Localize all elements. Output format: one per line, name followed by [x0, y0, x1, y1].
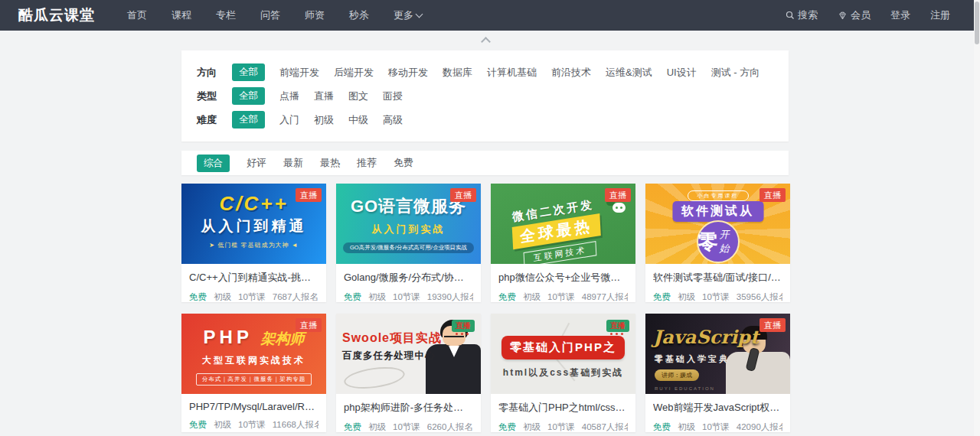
course-title[interactable]: 零基础入门PHP之html/css-web前端	[498, 401, 628, 415]
sort-newest[interactable]: 最新	[283, 156, 303, 170]
course-grid: C/C++ 从入门到精通 ➤ 低门槛 零基础成为大神 ◄ 直播 C/C++入门到…	[181, 184, 791, 432]
course-card-testing[interactable]: 小白专用课程 软件测试从 零 开始 直播 软件测试零基础/面试/接口/压力/自动…	[645, 184, 790, 302]
course-title[interactable]: 软件测试零基础/面试/接口/压力/自动化...	[653, 271, 782, 285]
cover-text: 零	[698, 229, 718, 255]
filter-direction-cs-basics[interactable]: 计算机基础	[487, 66, 537, 80]
filter-level-all[interactable]: 全部	[232, 111, 265, 129]
course-title[interactable]: C/C++入门到精通实战-挑战年薪50万	[189, 271, 318, 285]
gem-icon	[838, 11, 848, 21]
chevron-down-icon	[416, 11, 423, 18]
filter-row-level: 难度 全部 入门 初级 中级 高级	[197, 108, 773, 132]
cover-graphic: 零 开始	[697, 220, 740, 263]
course-card-cpp[interactable]: C/C++ 从入门到精通 ➤ 低门槛 零基础成为大神 ◄ 直播 C/C++入门到…	[181, 184, 326, 302]
course-price: 免费	[498, 421, 516, 433]
sort-recommended[interactable]: 推荐	[357, 156, 377, 170]
course-meta: 免费 初级 10节课 42090人报名	[653, 421, 782, 433]
course-cover-image: 零基础入门PHP之 html以及css基础到实战 直播	[491, 314, 635, 394]
site-logo[interactable]: 酷瓜云课堂	[18, 5, 95, 25]
course-card-javascript[interactable]: JavaScript 零基础入学宝典 讲师：媛成 RUYI EDUCATION …	[645, 314, 790, 432]
collapse-filters-toggle[interactable]	[479, 36, 492, 45]
nav-item-flash-sale[interactable]: 秒杀	[337, 0, 381, 31]
filter-direction-testing[interactable]: 测试 - 方向	[711, 66, 760, 80]
live-badge: 直播	[296, 318, 322, 332]
member-button[interactable]: 会员	[828, 0, 880, 31]
course-title[interactable]: Web前端开发JavaScript权威课堂	[653, 401, 782, 415]
course-lessons: 10节课	[702, 421, 730, 433]
live-badge: 直播	[760, 318, 786, 332]
cover-text: 架构师	[260, 330, 304, 347]
course-enrollment: 19390人报名	[427, 291, 473, 303]
filter-direction-mobile[interactable]: 移动开发	[388, 66, 428, 80]
filter-direction-ui-design[interactable]: UI设计	[667, 66, 697, 80]
person-silhouette	[444, 332, 464, 337]
filter-level-intermediate[interactable]: 中级	[348, 113, 368, 127]
filter-direction-database[interactable]: 数据库	[443, 66, 472, 80]
filter-label-level: 难度	[197, 113, 217, 127]
course-lessons: 10节课	[238, 419, 266, 431]
sort-bar: 综合 好评 最新 最热 推荐 免费	[181, 151, 789, 175]
course-price: 免费	[344, 291, 361, 303]
nav-item-home[interactable]: 首页	[115, 0, 159, 31]
filter-level-elementary[interactable]: 初级	[314, 113, 334, 127]
filter-direction-backend[interactable]: 后端开发	[334, 66, 374, 80]
filter-label-direction: 方向	[197, 66, 217, 80]
filter-row-type: 类型 全部 点播 直播 图文 面授	[197, 84, 773, 108]
course-cover-image: JavaScript 零基础入学宝典 讲师：媛成 RUYI EDUCATION …	[645, 314, 790, 394]
course-enrollment: 48977人报名	[582, 291, 628, 303]
course-level: 初级	[523, 421, 541, 433]
filter-type-live[interactable]: 直播	[314, 89, 334, 103]
live-badge: 直播	[605, 188, 631, 202]
cover-text: 大型互联网实战技术	[181, 354, 326, 367]
course-enrollment: 35956人报名	[737, 291, 782, 303]
cover-text: html以及css基础到实战	[491, 366, 635, 379]
filter-direction-frontend[interactable]: 前端开发	[279, 66, 319, 80]
course-card-php-architect[interactable]: PHP 架构师 大型互联网实战技术 分布式｜高并发｜微服务｜架构专题 直播 PH…	[181, 314, 326, 432]
sort-free[interactable]: 免费	[394, 156, 413, 170]
filter-level-beginner[interactable]: 入门	[279, 113, 299, 127]
filter-type-all[interactable]: 全部	[232, 87, 265, 105]
page-scrollbar[interactable]	[974, 0, 980, 436]
filter-type-offline[interactable]: 面授	[383, 89, 403, 103]
cover-text: PHP	[204, 327, 253, 347]
top-navbar: 酷瓜云课堂 首页 课程 专栏 问答 师资 秒杀 更多 搜索 会员 登录 注册	[0, 0, 980, 31]
course-card-php-basics[interactable]: 零基础入门PHP之 html以及css基础到实战 直播 零基础入门PHP之htm…	[491, 314, 635, 432]
cover-text: 百度多任务处理中心	[342, 350, 436, 363]
course-price: 免费	[653, 291, 671, 303]
sort-comprehensive[interactable]: 综合	[197, 155, 230, 172]
nav-item-more[interactable]: 更多	[381, 0, 434, 31]
cover-text: 从入门到实战	[336, 223, 481, 236]
course-title[interactable]: Golang/微服务/分布式/协程/区块链入...	[344, 271, 473, 285]
cover-text: RUYI EDUCATION	[655, 386, 715, 391]
course-level: 初级	[678, 291, 695, 303]
login-button[interactable]: 登录	[880, 0, 920, 31]
scrollbar-thumb[interactable]	[975, 2, 979, 44]
course-cover-image: 微信二次开发 全球最热 互联网技术 直播	[491, 184, 635, 264]
course-title[interactable]: PHP7/TP/Mysql/Laravel/Redis/Swoole	[189, 401, 318, 412]
nav-item-teachers[interactable]: 师资	[292, 0, 337, 31]
filter-direction-all[interactable]: 全部	[232, 63, 265, 81]
search-button[interactable]: 搜索	[776, 0, 828, 31]
sort-hottest[interactable]: 最热	[320, 156, 340, 170]
nav-item-courses[interactable]: 课程	[159, 0, 204, 31]
filter-type-article[interactable]: 图文	[348, 89, 368, 103]
course-title[interactable]: php架构师进阶-多任务处理中心实战高...	[344, 401, 473, 415]
sort-top-rated[interactable]: 好评	[247, 156, 266, 170]
course-card-golang[interactable]: GO语言微服务 从入门到实战 GO高并发/微服务/分布式高可用/企业项目实战 直…	[336, 184, 481, 302]
course-level: 初级	[368, 291, 386, 303]
course-meta: 免费 初级 10节课 19390人报名	[344, 291, 473, 303]
course-meta: 免费 初级 10节课 7687人报名	[189, 291, 318, 303]
cover-text: 讲师：媛成	[655, 369, 699, 381]
nav-item-columns[interactable]: 专栏	[204, 0, 248, 31]
filter-level-advanced[interactable]: 高级	[383, 113, 403, 127]
nav-item-qa[interactable]: 问答	[248, 0, 292, 31]
cover-text: Swoole项目实战	[342, 330, 442, 347]
filter-label-type: 类型	[197, 89, 217, 103]
register-button[interactable]: 注册	[920, 0, 960, 31]
course-card-wechat[interactable]: 微信二次开发 全球最热 互联网技术 直播 php微信公众号+企业号微商城接口开发…	[491, 184, 635, 302]
course-title[interactable]: php微信公众号+企业号微商城接口开发	[498, 271, 628, 285]
filter-direction-frontier[interactable]: 前沿技术	[551, 66, 591, 80]
course-card-swoole[interactable]: Swoole项目实战 百度多任务处理中心 直播 php架构师进阶-多任务处理中心…	[336, 314, 481, 432]
course-meta: 免费 初级 10节课 35956人报名	[653, 291, 782, 303]
filter-direction-ops-test[interactable]: 运维&测试	[606, 66, 652, 80]
filter-type-vod[interactable]: 点播	[279, 89, 299, 103]
